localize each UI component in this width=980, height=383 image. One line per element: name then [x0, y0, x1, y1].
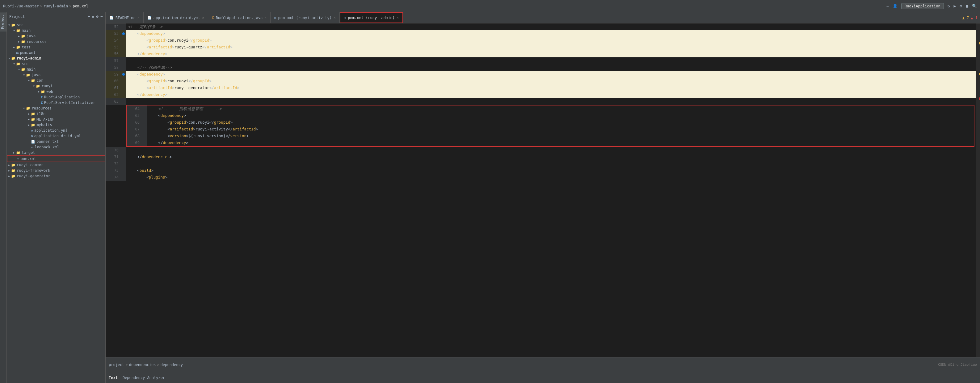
- tab-readme-close[interactable]: ✕: [137, 16, 140, 20]
- bottom-breadcrumb-project[interactable]: project: [109, 362, 124, 367]
- tree-label: main: [27, 67, 35, 71]
- tree-item-src[interactable]: ▾📁src: [7, 22, 105, 28]
- pom-activity-tab-icon: m: [274, 16, 277, 20]
- sidebar-icon-add[interactable]: +: [88, 14, 90, 19]
- tree-item-com[interactable]: ▾📁com: [7, 78, 105, 83]
- tree-item-meta-inf[interactable]: ▸📁META-INF: [7, 117, 105, 122]
- tree-icon-folder: 📁: [11, 174, 16, 178]
- breadcrumb-part-2[interactable]: ruoyi-admin: [43, 4, 68, 8]
- line-number-65: 65: [127, 112, 142, 119]
- code-editor[interactable]: 52<!-- 定时任务-->53🔵 <dependency>54 <groupI…: [106, 24, 980, 357]
- tree-label: RuoYiApplication: [44, 95, 80, 99]
- tree-item-ruoyi-framework[interactable]: ▸📁ruoyi-framework: [7, 168, 105, 173]
- tree-item-java[interactable]: ▸📁java: [7, 33, 105, 39]
- project-tab-label[interactable]: Project: [0, 12, 6, 32]
- code-cell-60[interactable]: <groupId>com.ruoyi</groupId>: [126, 78, 976, 84]
- build-icon[interactable]: ▶: [954, 4, 956, 8]
- tree-item-java[interactable]: ▾📁java: [7, 72, 105, 78]
- code-cell-70[interactable]: [126, 147, 976, 154]
- tree-item-ruoyi[interactable]: ▾📁ruoyi: [7, 83, 105, 89]
- tab-app-druid[interactable]: 📄 application-druid.yml ✕: [144, 12, 208, 23]
- code-cell-61[interactable]: <artifactId>ruoyi-generator</artifactId>: [126, 84, 976, 91]
- tab-pom-activity-close[interactable]: ✕: [334, 16, 336, 20]
- line-number-68: 68: [127, 133, 142, 139]
- tree-label: target: [22, 150, 35, 155]
- code-line-62: 62 </dependency>: [106, 91, 976, 98]
- tree-item-target[interactable]: ▸📁target: [7, 150, 105, 155]
- tree-item-pom.xml[interactable]: mpom.xml: [7, 155, 105, 162]
- tree-item-main[interactable]: ▾📁main: [7, 28, 105, 33]
- tab-ruoyi-java[interactable]: C RuoYiApplication.java ✕: [208, 12, 270, 23]
- tree-item-pom.xml[interactable]: mpom.xml: [7, 50, 105, 55]
- readme-tab-icon: 📄: [109, 16, 114, 20]
- gear-icon[interactable]: ⚙: [959, 4, 962, 8]
- refresh-icon[interactable]: ↻: [948, 4, 950, 8]
- line-number-52: 52: [106, 24, 121, 30]
- tree-item-application-druid.yml[interactable]: ⚙application-druid.yml: [7, 133, 105, 139]
- tree-item-src[interactable]: ▾📁src: [7, 61, 105, 66]
- search-icon[interactable]: 🔍: [972, 4, 977, 8]
- sidebar-icon-collapse[interactable]: ≡: [92, 14, 94, 19]
- tree-item-resources[interactable]: ▾📁resources: [7, 106, 105, 111]
- breadcrumb-part-3[interactable]: pom.xml: [73, 4, 89, 8]
- code-cell-53[interactable]: <dependency>: [126, 30, 976, 37]
- code-line-52: 52<!-- 定时任务-->: [106, 24, 976, 30]
- tab-java-close[interactable]: ✕: [264, 16, 267, 20]
- tree-item-ruoyiservletinitializer[interactable]: CRuoYiServletInitializer: [7, 100, 105, 106]
- breadcrumb-part-1[interactable]: RuoYi-Vue-master: [3, 4, 39, 8]
- tab-pom-admin-close[interactable]: ✕: [396, 16, 399, 20]
- tree-item-logback.xml[interactable]: mlogback.xml: [7, 144, 105, 150]
- code-cell-54[interactable]: <groupId>com.ruoyi</groupId>: [126, 37, 976, 44]
- line-number-61: 61: [106, 84, 121, 91]
- tree-item-web[interactable]: ▸📁web: [7, 89, 105, 94]
- tree-item-ruoyi-generator[interactable]: ▸📁ruoyi-generator: [7, 173, 105, 179]
- tree-item-ruoyiapplication[interactable]: CRuoYiApplication: [7, 94, 105, 100]
- bottom-breadcrumb-dependencies[interactable]: dependencies: [129, 362, 156, 367]
- code-cell-55[interactable]: <artifactId>ruoyi-quartz</artifactId>: [126, 44, 976, 51]
- code-cell-68[interactable]: <version>${ruoyi.version}</version>: [147, 133, 974, 139]
- code-cell-66[interactable]: <groupId>com.ruoyi</groupId>: [147, 119, 974, 126]
- code-cell-73[interactable]: <build>: [126, 167, 976, 174]
- tree-item-ruoyi-common[interactable]: ▸📁ruoyi-common: [7, 162, 105, 168]
- tree-item-resources[interactable]: ▸📁resources: [7, 39, 105, 44]
- stop-icon[interactable]: ■: [966, 4, 968, 8]
- tab-pom-activity[interactable]: m pom.xml (ruoyi-activity) ✕: [270, 12, 340, 23]
- bottom-breadcrumb-dependency[interactable]: dependency: [161, 362, 183, 367]
- code-cell-65[interactable]: <dependency>: [147, 112, 974, 119]
- app-name-dropdown[interactable]: RuoYiApplication: [901, 3, 944, 9]
- tree-item-mybatis[interactable]: ▸📁mybatis: [7, 122, 105, 128]
- sidebar-icon-close[interactable]: −: [100, 14, 103, 19]
- tree-item-main[interactable]: ▾📁main: [7, 66, 105, 72]
- code-cell-69[interactable]: </dependency>: [147, 139, 974, 146]
- tree-icon-folder: 📁: [16, 151, 21, 155]
- code-cell-57[interactable]: [126, 57, 976, 64]
- code-cell-74[interactable]: <plugins>: [126, 174, 976, 181]
- back-icon[interactable]: ←: [886, 4, 889, 8]
- tree-item-banner.txt[interactable]: 📄banner.txt: [7, 139, 105, 144]
- tab-readme[interactable]: 📄 README.md ✕: [106, 12, 144, 23]
- gutter-72: [121, 160, 126, 167]
- tree-icon-folder: 📁: [21, 34, 25, 38]
- tree-icon-folder: 📁: [41, 90, 45, 94]
- code-cell-59[interactable]: <dependency>: [126, 71, 976, 78]
- code-line-74: 74 <plugins>: [106, 174, 976, 181]
- code-cell-64[interactable]: <!-- 活动信息管理 -->: [147, 106, 974, 112]
- code-cell-72[interactable]: [126, 160, 976, 167]
- code-cell-71[interactable]: </dependencies>: [126, 154, 976, 160]
- code-cell-62[interactable]: </dependency>: [126, 91, 976, 98]
- code-cell-58[interactable]: <!-- 代码生成-->: [126, 64, 976, 71]
- tab-pom-admin[interactable]: m pom.xml (ruoyi-admin) ✕: [340, 12, 403, 23]
- tree-item-application.yml[interactable]: ⚙application.yml: [7, 128, 105, 133]
- code-cell-52[interactable]: <!-- 定时任务-->: [126, 24, 976, 30]
- code-cell-67[interactable]: <artifactId>ruoyi-activity</artifactId>: [147, 126, 974, 133]
- code-line-66: 66 <groupId>com.ruoyi</groupId>: [127, 119, 974, 126]
- status-dependency-analyzer[interactable]: Dependency Analyzer: [123, 376, 165, 380]
- code-cell-56[interactable]: </dependency>: [126, 51, 976, 57]
- code-cell-63[interactable]: [126, 98, 976, 105]
- sidebar-icon-settings[interactable]: ⚙: [96, 14, 99, 19]
- tree-item-i18n[interactable]: ▸📁i18n: [7, 111, 105, 117]
- tab-druid-close[interactable]: ✕: [202, 16, 204, 20]
- tree-item-ruoyi-admin[interactable]: ▾📁ruoyi-admin: [7, 55, 105, 61]
- person-icon[interactable]: 👤: [892, 4, 897, 8]
- tree-item-test[interactable]: ▸📁test: [7, 44, 105, 50]
